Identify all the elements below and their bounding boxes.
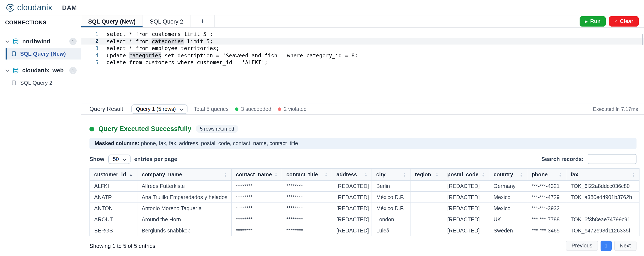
table-cell: ******** [231,225,282,236]
table-cell [410,203,443,214]
violated-text: 2 violated [284,106,307,112]
connection-items: SQL Query (New) [0,48,81,60]
sidebar-item-sql-query-2[interactable]: SQL Query 2 [6,77,81,88]
sort-icon: ▲▼ [364,172,367,177]
success-row: Query Executed Successfully 5 rows retur… [90,125,636,133]
column-header-label: city [376,172,386,178]
table-cell: AROUT [90,214,137,225]
sql-editor[interactable]: 1select * from customers limit 5 ;2selec… [81,28,644,104]
sidebar-title: CONNECTIONS [0,16,81,30]
editor-line-5[interactable]: 5delete from customers where customer_id… [81,59,644,66]
table-cell: [REDACTED] [443,192,489,203]
table-cell: Berlin [372,180,410,192]
table-controls: Show 50 entries per page Search records: [90,154,636,164]
table-cell: México D.F. [372,192,410,203]
search-records-input[interactable] [588,154,636,164]
column-header-label: address [336,172,357,178]
connection-row-cloudanix_web_dev_copy[interactable]: cloudanix_web_dev_copy1 [0,65,81,76]
table-cell: [REDACTED] [332,225,372,236]
table-cell [410,180,443,192]
clear-button-label: Clear [620,18,633,24]
column-header-address[interactable]: address▲▼ [332,168,372,180]
table-cell: [REDACTED] [443,180,489,192]
query-select[interactable]: Query 1 (5 rows) [131,104,187,114]
column-header-fax[interactable]: fax▲▼ [566,168,639,180]
table-cell: ******** [282,192,332,203]
editor-line-4[interactable]: 4update categories set description = 'Se… [81,52,644,59]
table-cell: Around the Horn [137,214,231,225]
table-cell: ALFKI [90,180,137,192]
tab-sql-query-2[interactable]: SQL Query 2 [143,16,191,28]
clear-button[interactable]: × Clear [609,16,638,26]
code-text: delete from customers where customer_id … [102,59,268,66]
column-header-postal_code[interactable]: postal_code▲▼ [443,168,489,180]
connection-count-badge: 1 [69,67,76,74]
connection-tree: northwind1SQL Query (New)cloudanix_web_d… [0,36,81,88]
line-number: 2 [81,38,102,44]
table-cell: ******** [282,225,332,236]
column-header-city[interactable]: city▲▼ [372,168,410,180]
table-cell: ANTON [90,203,137,214]
table-cell: Ana Trujillo Emparedados y helados [137,192,231,203]
column-header-country[interactable]: country▲▼ [489,168,527,180]
next-page-button[interactable]: Next [614,240,636,251]
code-text: update categories set description = 'Sea… [102,52,358,58]
main-area: SQL Query (New)SQL Query 2 + ▶ Run × Cle… [81,16,644,256]
table-cell: Sweden [489,225,527,236]
results-table: customer_id▲company_name▲▼contact_name▲▼… [90,168,640,236]
table-cell: Berglunds snabbköp [137,225,231,236]
close-icon: × [614,18,617,24]
column-header-customer_id[interactable]: customer_id▲ [90,168,137,180]
query-result-bar: Query Result: Query 1 (5 rows) Total 5 q… [81,104,644,115]
editor-line-3[interactable]: 3select * from employee_territories; [81,45,644,52]
column-header-contact_title[interactable]: contact_title▲▼ [282,168,332,180]
column-header-region[interactable]: region▲▼ [410,168,443,180]
column-header-label: postal_code [447,172,478,178]
highlighted-token: categories [129,52,161,58]
table-cell: ******** [231,203,282,214]
page-size-value: 50 [113,156,119,162]
cloudanix-logo-icon [6,3,15,12]
editor-scrollbar[interactable] [642,34,643,45]
showing-entries-text: Showing 1 to 5 of 5 entries [90,242,156,249]
entries-per-page-label: entries per page [134,156,177,162]
editor-line-1[interactable]: 1select * from customers limit 5 ; [81,30,644,38]
table-row: BERGSBerglunds snabbköp****************[… [90,225,639,236]
page-size-select[interactable]: 50 [108,154,130,164]
sidebar-item-sql-query-new-[interactable]: SQL Query (New) [6,48,81,60]
app-root: cloudanix DAM CONNECTIONS northwind1SQL … [0,0,644,256]
search-records-label: Search records: [541,156,584,162]
code-text: select * from customers limit 5 ; [102,31,213,37]
editor-line-2[interactable]: 2select * from categories limit 5; [81,38,644,45]
table-cell: TOK_e472e98d1126335f [566,225,639,236]
table-cell: [REDACTED] [443,225,489,236]
line-number: 1 [81,31,102,37]
run-button[interactable]: ▶ Run [580,16,606,26]
table-cell: [REDACTED] [332,203,372,214]
column-header-company_name[interactable]: company_name▲▼ [137,168,231,180]
column-header-contact_name[interactable]: contact_name▲▼ [231,168,282,180]
column-header-phone[interactable]: phone▲▼ [527,168,566,180]
succeeded-text: 3 succeeded [241,106,272,112]
page-1-button[interactable]: 1 [600,240,612,251]
table-cell: Germany [489,180,527,192]
sort-icon: ▲▼ [559,172,562,177]
table-header-row: customer_id▲company_name▲▼contact_name▲▼… [90,168,639,180]
table-row: ANTONAntonio Moreno Taquería************… [90,203,639,214]
table-cell: ***-***-4729 [527,192,566,203]
previous-page-button[interactable]: Previous [566,240,598,251]
query-select-value: Query 1 (5 rows) [136,106,176,112]
column-header-label: contact_name [236,172,272,178]
table-cell: [REDACTED] [443,214,489,225]
table-cell: ******** [231,180,282,192]
success-title: Query Executed Successfully [98,125,191,133]
succeeded-stat: 3 succeeded [235,106,272,112]
sidebar: CONNECTIONS northwind1SQL Query (New)clo… [0,16,81,256]
tab-sql-query-new-[interactable]: SQL Query (New) [81,16,143,28]
table-cell: London [372,214,410,225]
header-divider [57,3,57,12]
connection-name: northwind [22,38,50,44]
connection-row-northwind[interactable]: northwind1 [0,36,81,47]
new-tab-button[interactable]: + [190,16,215,28]
connection-items: SQL Query 2 [0,77,81,88]
